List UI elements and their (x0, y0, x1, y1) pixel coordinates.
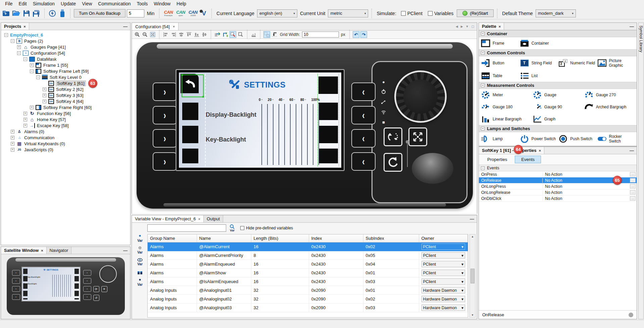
usb-device-icon[interactable] (58, 9, 67, 18)
redo-icon[interactable]: ↷ (360, 31, 367, 38)
restart-button[interactable]: (Re)Start (457, 9, 494, 17)
owner-select[interactable]: Hardware Daemon▾ (422, 287, 465, 293)
expand-icon[interactable]: + (30, 63, 34, 67)
action-picker-button[interactable]: … (630, 190, 636, 195)
col-index[interactable]: Index (309, 234, 363, 242)
table-scrollbar[interactable]: ▲ ▼ (469, 234, 476, 318)
palette-item-linear-bargraph[interactable]: Linear Bargraph (480, 114, 532, 124)
minimize-icon[interactable]: — (120, 23, 130, 30)
scroll-up-icon[interactable]: ▲ (471, 235, 474, 238)
symbol-library-strip[interactable]: Symbol Library (638, 22, 644, 319)
expand-icon[interactable]: + (43, 100, 46, 103)
close-icon[interactable]: × (539, 149, 541, 153)
search-variable-icon[interactable]: Var (230, 224, 235, 232)
tree-item-softkey-frame-left[interactable]: −Softkey Frame Left [59] (1, 68, 130, 74)
owner-select[interactable]: PClient▾ (422, 278, 465, 285)
owner-select[interactable]: PClient▾ (422, 243, 465, 250)
section-lamps-switches[interactable]: −Lamps and Switches (479, 125, 637, 132)
tree-item-communication[interactable]: +∴Communication (1, 134, 130, 141)
collapse-icon[interactable]: − (481, 32, 485, 36)
variable-search-input[interactable] (147, 224, 226, 232)
collapse-icon[interactable]: − (11, 39, 14, 43)
section-measurement-controls[interactable]: −Measurement Controls (479, 82, 637, 89)
events-section-header[interactable]: −Events (479, 165, 637, 171)
expand-icon[interactable]: + (17, 45, 21, 49)
action-picker-button[interactable]: … (630, 196, 636, 201)
variable-icon[interactable]: Var (137, 279, 143, 286)
align-middle-icon[interactable] (201, 31, 208, 38)
collapse-icon[interactable]: − (481, 84, 485, 87)
menu-simulation[interactable]: Simulation (30, 0, 58, 7)
device-screen[interactable]: SETTINGS 020406080100% Display-Backlight… (179, 72, 341, 168)
owner-select[interactable]: Hardware Daemon▾ (422, 305, 465, 311)
undo-icon[interactable]: ↶ (353, 31, 359, 38)
open-project-icon[interactable] (12, 9, 21, 18)
save-icon[interactable] (22, 9, 31, 18)
minimize-icon[interactable]: — (467, 215, 477, 222)
menu-update[interactable]: Update (58, 0, 79, 7)
can-freestyle-icon[interactable]: CANFreestyle (164, 10, 173, 16)
expand-icon[interactable]: + (43, 94, 46, 97)
owner-select[interactable]: PClient▾ (422, 270, 465, 276)
collapse-icon[interactable]: − (4, 33, 8, 37)
maximize-icon[interactable]: ▢ (471, 25, 474, 28)
menu-window[interactable]: Window (151, 0, 174, 7)
action-picker-button[interactable]: … (630, 178, 636, 182)
theme-select[interactable]: modern_dark▾ (536, 9, 576, 17)
tab-events[interactable]: Events (515, 156, 541, 163)
event-row-onrelease[interactable]: OnReleaseNo Action…65 (479, 177, 637, 183)
collapse-icon[interactable]: − (481, 166, 485, 170)
zoom-out-icon[interactable] (142, 31, 148, 38)
tree-item-softkey-3[interactable]: +SKSoftKey 3 [63] (1, 92, 130, 98)
palette-item-gauge-270[interactable]: Gauge 270 (584, 90, 635, 100)
save-all-icon[interactable] (32, 9, 41, 18)
hardware-softkey-right-1[interactable]: ‹ (351, 83, 376, 101)
tab-navigator[interactable]: Navigator (47, 247, 72, 254)
backup-interval-input[interactable] (127, 9, 144, 17)
expand-icon[interactable]: + (23, 118, 27, 121)
tree-item-softkey-4[interactable]: +SKSoftKey 4 [64] (1, 98, 130, 104)
event-row-ondblclick[interactable]: OnDblClickNo Action… (479, 196, 637, 202)
minimize-icon[interactable]: — (627, 147, 637, 154)
tree-item-configuration[interactable]: −≡Configuration [54] (1, 50, 130, 56)
rotate-back-button[interactable] (384, 153, 402, 172)
scroll-down-icon[interactable]: ▼ (471, 314, 474, 317)
remove-variable-icon[interactable]: Var (137, 247, 143, 254)
col-group-name[interactable]: Group Name (148, 234, 197, 242)
watch-variable-icon[interactable]: Var (137, 258, 143, 266)
align-top-icon[interactable] (186, 31, 192, 38)
palette-item-container[interactable]: Container (519, 39, 571, 48)
hardware-softkey-right-4[interactable]: ‹ (351, 152, 376, 171)
tree-item-function-key[interactable]: +↻Function Key [56] (1, 110, 130, 116)
variable-icon[interactable]: Var (137, 235, 143, 242)
design-canvas[interactable]: › › › › ‹ ‹ ‹ ‹ (132, 39, 477, 214)
softkey-placeholder[interactable] (182, 126, 198, 143)
language-select[interactable]: english (en)▾ (257, 9, 297, 17)
palette-item-push-switch[interactable]: Push Switch (558, 133, 597, 144)
section-common-controls[interactable]: −Common Controls (479, 49, 637, 56)
satellite-thumbnail[interactable]: › › › › ⚒SETTINGS Display-Backlight Key-… (1, 254, 130, 318)
palette-item-list[interactable]: List (519, 71, 558, 80)
palette-item-arched-bargraph[interactable]: Arched Bargraph (584, 102, 635, 112)
softkey-placeholder[interactable] (182, 103, 198, 120)
tab-projects[interactable]: Projects× (1, 23, 29, 30)
joystick[interactable] (412, 153, 453, 184)
tree-item-gauges-page[interactable]: +⌂Gauges Page [41] (1, 44, 130, 50)
collapse-icon[interactable]: − (30, 69, 34, 73)
cycle-button[interactable] (384, 127, 402, 146)
tab-properties[interactable]: Properties (481, 156, 513, 163)
close-icon[interactable]: × (41, 249, 43, 253)
menu-tools[interactable]: Tools (134, 0, 151, 7)
minimize-icon[interactable]: — (120, 247, 130, 254)
tab-softkey-properties[interactable]: SoftKey 1 [61] - Properties× (479, 147, 544, 154)
table-row[interactable]: Analog Inputs@AnalogInput02320x20900x02H… (148, 295, 468, 304)
palette-item-lamp[interactable]: Lamp (480, 133, 519, 144)
table-row[interactable]: Alarms@AlarmEnqueued160x24300x04PClient▾ (148, 260, 468, 269)
tab-satellite-window[interactable]: Satellite Window× (1, 247, 47, 254)
hardware-softkey-left-2[interactable]: › (153, 106, 177, 124)
tree-item-softkey-frame-right[interactable]: +Softkey Frame Right [60] (1, 104, 130, 110)
expand-icon[interactable]: + (11, 148, 14, 152)
table-row[interactable]: Alarms@AlarmCurrent160x24300x02PClient▾ (148, 242, 468, 251)
grid-width-input[interactable] (302, 32, 339, 38)
section-container[interactable]: −Container (479, 30, 637, 37)
